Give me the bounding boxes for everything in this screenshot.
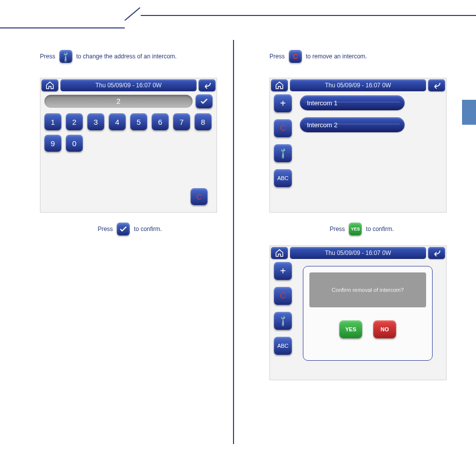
dialog-message: Confirm removal of intercom? [309,272,426,307]
plus-icon: + [280,265,286,277]
display-row: 2 [44,94,213,108]
text-press: Press [98,226,113,233]
text-press: Press [269,53,285,60]
decorative-line [141,15,476,16]
home-button[interactable] [271,79,288,91]
topbar-datetime: Thu 05/09/09 - 16:07 0W [290,247,426,259]
back-arrow-icon [432,248,442,258]
key-3[interactable]: 3 [87,113,104,130]
home-icon [275,248,284,257]
side-tab [462,100,476,125]
side-buttons: + C 🔧 ABC [274,262,292,355]
instruction-change-address: Press 🔧 to change the address of an inte… [40,50,220,63]
key-9[interactable]: 9 [44,135,61,152]
home-icon [45,81,54,90]
back-arrow-icon [432,80,442,90]
numpad: 1 2 3 4 5 6 7 8 9 0 [44,113,213,152]
back-button[interactable] [199,79,216,91]
topbar-datetime: Thu 05/09/09 - 16:07 0W [290,79,426,91]
key-4[interactable]: 4 [109,113,126,130]
key-1[interactable]: 1 [44,113,61,130]
no-button[interactable]: NO [373,320,396,338]
screen-body: 2 1 2 3 4 5 6 7 8 9 0 C [44,94,213,208]
dialog-buttons: YES NO [309,320,426,338]
yes-icon: YES [349,223,362,236]
instruction-confirm-remove: Press YES to confirm. [269,223,454,236]
address-display: 2 [44,95,193,108]
plus-icon: + [280,98,286,109]
clear-button[interactable]: C [191,188,208,205]
instruction-remove-intercom: Press to remove an intercom. [269,50,454,63]
back-button[interactable] [428,79,445,91]
text-suffix: to confirm. [366,226,394,233]
intercom-list: Intercom 1 Intercom 2 [300,94,442,208]
wrench-icon: 🔧 [59,50,72,63]
clear-label: C [280,124,286,133]
screen-topbar: Thu 05/09/09 - 16:07 0W [270,78,446,92]
home-button[interactable] [41,79,58,91]
add-button[interactable]: + [274,94,292,112]
abc-button[interactable]: ABC [274,337,292,355]
wrench-icon: 🔧 [276,314,289,327]
list-item[interactable]: Intercom 2 [300,117,405,132]
text-press: Press [330,226,345,233]
text-press: Press [40,53,55,60]
key-0[interactable]: 0 [66,135,83,152]
screen-topbar: Thu 05/09/09 - 16:07 0W [40,78,217,92]
key-8[interactable]: 8 [195,113,212,130]
screen-intercom-list: Thu 05/09/09 - 16:07 0W + C 🔧 ABC Interc… [269,78,447,213]
clear-button[interactable]: C [274,287,292,305]
add-button[interactable]: + [274,262,292,280]
text-suffix: to remove an intercom. [306,53,367,60]
check-icon [200,97,209,106]
text-suffix: to confirm. [134,226,162,233]
clear-label: C [197,193,202,201]
confirm-button[interactable] [196,94,213,108]
side-buttons: + C 🔧 ABC [274,94,292,208]
instruction-confirm-address: Press to confirm. [40,223,220,236]
screen-confirm-dialog: Thu 05/09/09 - 16:07 0W + C 🔧 ABC Confir… [269,245,447,380]
column-divider [233,40,234,444]
wrench-icon: 🔧 [276,147,289,160]
settings-button[interactable]: 🔧 [274,144,292,162]
list-item[interactable]: Intercom 1 [300,95,405,110]
yes-button[interactable]: YES [339,320,362,338]
check-icon [117,223,130,236]
list-item-label: Intercom 2 [307,121,337,129]
screen-body: + C 🔧 ABC Intercom 1 Intercom 2 [274,94,442,208]
decorative-line [124,7,140,21]
key-2[interactable]: 2 [66,113,83,130]
screen-body: + C 🔧 ABC Confirm removal of intercom? Y… [274,262,442,376]
settings-button[interactable]: 🔧 [274,312,292,330]
key-5[interactable]: 5 [130,113,147,130]
back-button[interactable] [428,247,445,259]
list-item-label: Intercom 1 [307,99,337,107]
text-suffix: to change the address of an intercom. [76,53,177,60]
screen-address-entry: Thu 05/09/09 - 16:07 0W 2 1 2 3 4 5 6 7 … [40,78,217,213]
topbar-datetime: Thu 05/09/09 - 16:07 0W [60,79,197,91]
left-column: Press 🔧 to change the address of an inte… [40,50,220,245]
clear-c-icon [289,50,302,63]
home-icon [275,81,284,90]
clear-label: C [280,291,286,300]
key-6[interactable]: 6 [152,113,169,130]
home-button[interactable] [271,247,288,259]
right-column: Press to remove an intercom. Thu 05/09/0… [269,50,454,380]
key-7[interactable]: 7 [173,113,190,130]
confirm-dialog: Confirm removal of intercom? YES NO [303,266,433,361]
decorative-line [0,27,125,28]
back-arrow-icon [202,80,212,90]
abc-button[interactable]: ABC [274,169,292,187]
clear-button[interactable]: C [274,119,292,137]
screen-topbar: Thu 05/09/09 - 16:07 0W [270,246,446,260]
